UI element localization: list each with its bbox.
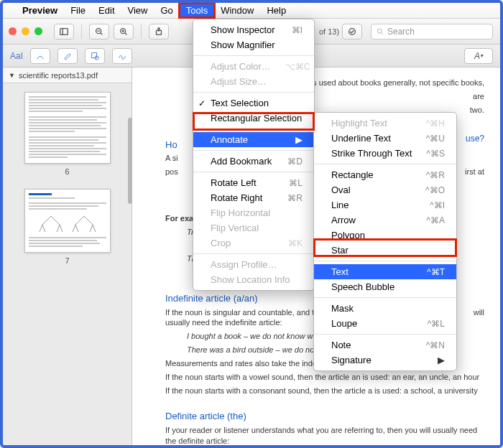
menu-edit[interactable]: Edit (92, 4, 121, 17)
svg-line-3 (101, 32, 103, 34)
menu-highlight-text: Highlight Text^⌘H (314, 116, 456, 131)
draw-button[interactable] (57, 48, 78, 64)
disclosure-triangle-icon: ▼ (9, 72, 15, 79)
menu-signature[interactable]: Signature▶ (314, 353, 456, 368)
svg-line-6 (125, 32, 127, 34)
menu-rectangle[interactable]: Rectangle^⌘R (314, 167, 456, 182)
menu-underline-text[interactable]: Underline Text^⌘U (314, 131, 456, 146)
svg-line-20 (57, 225, 60, 232)
menu-adjust-size: Adjust Size… (193, 74, 314, 89)
menu-show-magnifier[interactable]: Show Magnifier (193, 37, 314, 52)
svg-line-17 (51, 216, 60, 225)
close-button[interactable] (9, 27, 17, 35)
checkmark-icon: ✓ (198, 98, 206, 108)
menu-show-inspector[interactable]: Show Inspector⌘I (193, 22, 314, 37)
menu-star[interactable]: Star (314, 243, 456, 258)
doc-heading: Ho (165, 139, 177, 151)
menu-annotate[interactable]: Annotate▶ (193, 132, 314, 147)
thumbnail-page-6[interactable]: 6 (24, 92, 111, 176)
sketch-button[interactable] (30, 48, 50, 64)
menu-adjust-color: Adjust Color…⌥⌘C (193, 59, 314, 74)
svg-line-24 (73, 225, 75, 232)
menu-polygon[interactable]: Polygon (314, 228, 456, 243)
markup-toggle-button[interactable] (342, 24, 362, 39)
tools-menu: Show Inspector⌘I Show Magnifier Adjust C… (193, 19, 315, 291)
menu-mask[interactable]: Mask (314, 301, 456, 316)
svg-rect-0 (60, 28, 68, 34)
svg-line-18 (40, 225, 42, 232)
doc-text: pos (165, 167, 178, 177)
menu-show-location: Show Location Info (193, 272, 314, 287)
doc-text: will (474, 307, 484, 318)
search-placeholder: Search (387, 27, 415, 37)
menu-tools[interactable]: Tools (180, 4, 214, 17)
menubar: Preview File Edit View Go Tools Window H… (3, 3, 500, 19)
menu-note[interactable]: Note^⌘N (314, 337, 456, 353)
svg-line-27 (93, 225, 96, 232)
font-style-button[interactable]: A ▾ (464, 48, 493, 64)
sidebar-tab[interactable]: ▼ scientific reports13.pdf (3, 67, 131, 83)
doc-text: If your reader or listener understands w… (165, 425, 487, 445)
minimize-button[interactable] (22, 27, 29, 35)
thumbnail-list: 6 7 (3, 83, 131, 274)
svg-line-22 (75, 216, 84, 225)
doc-text: use? (466, 133, 484, 154)
text-style-button[interactable]: AaI (10, 51, 23, 61)
doc-heading-definite: Definite article (the) (165, 410, 487, 423)
svg-line-16 (42, 216, 51, 225)
menu-help[interactable]: Help (260, 4, 292, 17)
menu-oval[interactable]: Oval^⌘O (314, 182, 456, 197)
shapes-button[interactable] (85, 48, 105, 64)
menu-assign-profile: Assign Profile… (193, 257, 314, 272)
sidebar: ▼ scientific reports13.pdf 6 (3, 67, 132, 445)
menu-line[interactable]: Line^⌘I (314, 197, 456, 213)
svg-point-12 (377, 29, 382, 33)
share-button[interactable] (149, 24, 169, 39)
menu-window[interactable]: Window (214, 4, 260, 17)
svg-line-25 (75, 225, 78, 232)
svg-line-23 (84, 216, 93, 225)
menu-rotate-left[interactable]: Rotate Left⌘L (193, 175, 314, 190)
search-icon (376, 27, 384, 36)
app-name[interactable]: Preview (16, 4, 64, 17)
menu-rotate-right[interactable]: Rotate Right⌘R (193, 190, 314, 205)
annotate-submenu: Highlight Text^⌘H Underline Text^⌘U Stri… (313, 112, 457, 371)
svg-rect-14 (92, 52, 97, 57)
menu-loupe[interactable]: Loupe^⌘L (314, 316, 456, 331)
sign-button[interactable] (112, 48, 132, 64)
svg-line-26 (90, 225, 93, 232)
menu-strike-text[interactable]: Strike Through Text^⌘S (314, 146, 456, 161)
menu-file[interactable]: File (64, 4, 92, 17)
window-controls (9, 27, 42, 35)
menu-go[interactable]: Go (154, 4, 179, 17)
sidebar-toggle-button[interactable] (54, 24, 74, 39)
svg-line-13 (382, 32, 383, 34)
menu-crop: Crop⌘K (193, 235, 314, 251)
menu-view[interactable]: View (121, 4, 154, 17)
page-indicator: of 13) (319, 27, 339, 36)
zoom-in-button[interactable] (114, 24, 134, 39)
doc-text: irst at (465, 167, 484, 177)
svg-line-19 (42, 225, 45, 232)
separator (141, 24, 142, 39)
search-field[interactable]: Search (371, 24, 493, 39)
menu-text[interactable]: Text^⌘T (314, 264, 456, 279)
menu-speech-bubble[interactable]: Speech Bubble (314, 279, 456, 294)
menu-flip-horizontal: Flip Horizontal (193, 205, 314, 220)
page-number: 7 (24, 256, 111, 265)
menu-flip-vertical: Flip Vertical (193, 220, 314, 235)
submenu-arrow-icon: ▶ (438, 355, 445, 365)
svg-line-21 (60, 225, 63, 232)
page-number: 6 (24, 167, 111, 176)
menu-text-selection[interactable]: ✓Text Selection (193, 95, 314, 111)
thumbnail-page-7[interactable]: 7 (24, 189, 111, 265)
doc-text: If the noun starts with a consonant soun… (165, 386, 487, 396)
filename-label: scientific reports13.pdf (19, 71, 98, 80)
menu-add-bookmark[interactable]: Add Bookmark⌘D (193, 154, 314, 169)
doc-text: If the noun is singular and countable, a… (165, 307, 324, 318)
menu-arrow[interactable]: Arrow^⌘A (314, 213, 456, 228)
doc-text: If the noun starts with a vowel sound, t… (165, 372, 487, 383)
zoom-out-button[interactable] (89, 24, 109, 39)
menu-rectangular-selection[interactable]: Rectangular Selection (193, 111, 314, 126)
zoom-button[interactable] (34, 27, 42, 35)
